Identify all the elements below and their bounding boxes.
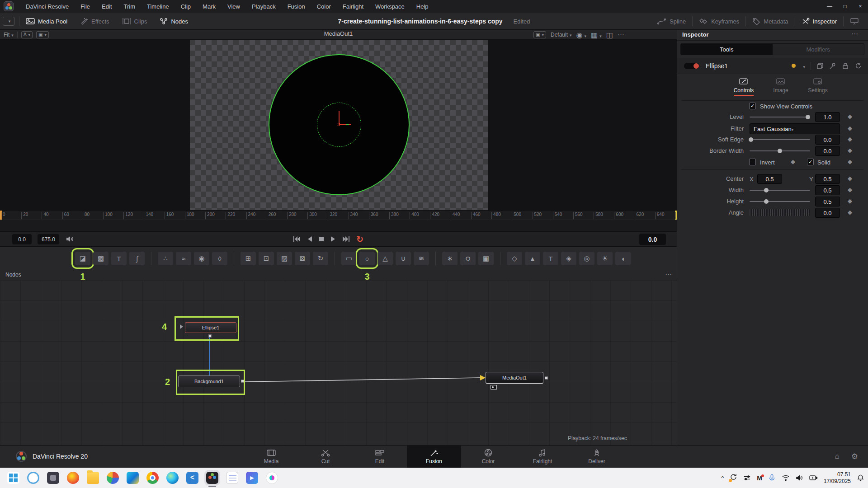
copy-settings-icon[interactable]: [816, 62, 824, 70]
angle-value-field[interactable]: 0.0: [815, 208, 840, 218]
prender-tool-icon[interactable]: ▣: [478, 252, 494, 265]
node-color-chevron-icon[interactable]: [801, 62, 805, 70]
height-keyframe-icon[interactable]: ◆: [848, 197, 852, 204]
camera3d-tool-icon[interactable]: ◎: [579, 252, 594, 265]
subtab-image[interactable]: Image: [765, 78, 797, 96]
file-explorer-icon[interactable]: [87, 472, 99, 484]
nodes-options-icon[interactable]: [665, 270, 672, 278]
go-to-end-button[interactable]: [342, 236, 350, 242]
close-icon[interactable]: ×: [853, 3, 868, 9]
subtab-settings[interactable]: Settings: [802, 78, 834, 96]
reset-icon[interactable]: [854, 62, 862, 70]
angle-thumbwheel[interactable]: [750, 209, 810, 216]
renderer3d-tool-icon[interactable]: ◖: [615, 252, 631, 265]
width-keyframe-icon[interactable]: ◆: [848, 186, 852, 193]
firefox-icon[interactable]: [67, 472, 79, 484]
node-enable-toggle[interactable]: [684, 63, 699, 69]
in-point-field[interactable]: 0.0: [12, 234, 32, 244]
windows-search-icon[interactable]: [27, 472, 39, 484]
subtab-controls[interactable]: Controls: [728, 78, 760, 96]
background-tool-icon[interactable]: ◪1: [75, 252, 90, 265]
play-button[interactable]: [330, 236, 336, 242]
taskbar-clock[interactable]: 07.51 17/09/2025: [824, 471, 851, 485]
stop-button[interactable]: [319, 236, 324, 242]
center-keyframe-icon[interactable]: ◆: [848, 175, 852, 182]
menu-timeline[interactable]: Timeline: [141, 1, 175, 12]
preview-select[interactable]: Default: [551, 32, 572, 38]
angle-keyframe-icon[interactable]: ◆: [848, 209, 852, 216]
menu-view[interactable]: View: [222, 1, 246, 12]
width-value-field[interactable]: 0.5: [815, 185, 840, 195]
wifi-icon[interactable]: [782, 474, 790, 481]
dissolve-tool-icon[interactable]: ▨: [277, 252, 292, 265]
magic-mask-tool-icon[interactable]: ≋: [414, 252, 429, 265]
blur-tool-icon[interactable]: ∴: [158, 252, 173, 265]
bspline-mask-tool-icon[interactable]: ∪: [396, 252, 411, 265]
tab-color[interactable]: Color: [461, 445, 515, 468]
loop-button[interactable]: ↻: [356, 235, 363, 244]
rectangle-mask-tool-icon[interactable]: ▭: [341, 252, 357, 265]
merge-tool-icon[interactable]: ⊞: [241, 252, 256, 265]
sync-icon[interactable]: [730, 473, 737, 483]
spline-button[interactable]: Spline: [651, 13, 692, 30]
rotation-handle[interactable]: [346, 124, 349, 125]
menu-help[interactable]: Help: [410, 1, 434, 12]
settings-gear-icon[interactable]: ⚙: [851, 452, 858, 461]
center-handle[interactable]: [337, 123, 340, 126]
grid-overlay-icon[interactable]: ▦: [591, 31, 602, 39]
mediaout1-viewer-indicator[interactable]: [491, 385, 497, 389]
tab-edit[interactable]: Edit: [353, 445, 407, 468]
roi-icon[interactable]: ▣: [533, 31, 546, 38]
polygon-mask-tool-icon[interactable]: △: [377, 252, 393, 265]
text-plus-tool-icon[interactable]: T: [111, 252, 127, 265]
photos-app-icon[interactable]: [107, 472, 119, 484]
chrome-icon[interactable]: [146, 472, 159, 484]
tray-expand-icon[interactable]: ^: [721, 474, 724, 481]
tab-fairlight[interactable]: Fairlight: [515, 445, 570, 468]
tab-deliver[interactable]: Deliver: [570, 445, 624, 468]
menu-fusion[interactable]: Fusion: [282, 1, 311, 12]
play-reverse-button[interactable]: [307, 236, 312, 242]
level-value-field[interactable]: 1.0: [815, 112, 840, 122]
media-pool-button[interactable]: Media Pool: [19, 13, 74, 30]
quick-settings-icon[interactable]: [743, 474, 751, 482]
notepad-icon[interactable]: [226, 472, 238, 484]
go-to-start-button[interactable]: [293, 236, 301, 242]
battery-icon[interactable]: [809, 474, 818, 481]
medal-app-icon[interactable]: M: [757, 474, 762, 482]
soft-edge-keyframe-icon[interactable]: ◆: [848, 136, 852, 142]
viewer-options-icon[interactable]: [618, 31, 625, 39]
width-slider[interactable]: [750, 190, 810, 191]
menu-mark[interactable]: Mark: [197, 1, 222, 12]
invert-checkbox[interactable]: ✓: [749, 159, 756, 165]
level-slider[interactable]: [750, 117, 810, 117]
shape3d-tool-icon[interactable]: ▲: [525, 252, 540, 265]
center-handle-x-axis[interactable]: [339, 124, 351, 125]
pemitter-tool-icon[interactable]: ∗: [442, 252, 458, 265]
viewer-canvas[interactable]: [0, 40, 677, 210]
soft-edge-value-field[interactable]: 0.0: [815, 135, 840, 145]
davinci-resolve-taskbar-icon[interactable]: [206, 472, 218, 484]
height-slider[interactable]: [750, 201, 810, 202]
timeline-ruler[interactable]: 0204060801001201401601802002202402602803…: [0, 210, 677, 220]
merge3d-tool-icon[interactable]: ◈: [561, 252, 576, 265]
webstorm-icon[interactable]: [127, 472, 139, 484]
spotlight-tool-icon[interactable]: ☀: [597, 252, 613, 265]
fastnoise-tool-icon[interactable]: ▩: [93, 252, 108, 265]
media-player-icon[interactable]: [246, 472, 258, 484]
center-x-field[interactable]: 0.5: [757, 174, 782, 184]
menu-file[interactable]: File: [75, 1, 96, 12]
menu-clip[interactable]: Clip: [175, 1, 197, 12]
lock-icon[interactable]: [842, 62, 849, 70]
maximize-icon[interactable]: □: [837, 3, 853, 9]
nodes-button[interactable]: Nodes: [153, 13, 194, 30]
menu-trim[interactable]: Trim: [118, 1, 142, 12]
filter-keyframe-icon[interactable]: ◆: [848, 125, 852, 131]
matte-control-tool-icon[interactable]: ⊠: [295, 252, 310, 265]
edge-icon[interactable]: [166, 472, 179, 484]
merge-stack-tool-icon[interactable]: ⊡: [259, 252, 274, 265]
home-icon[interactable]: ⌂: [835, 452, 839, 461]
node-mediaout1[interactable]: MediaOut1: [486, 372, 543, 384]
inspector-options-icon[interactable]: [851, 30, 859, 38]
metadata-button[interactable]: Metadata: [746, 13, 794, 30]
